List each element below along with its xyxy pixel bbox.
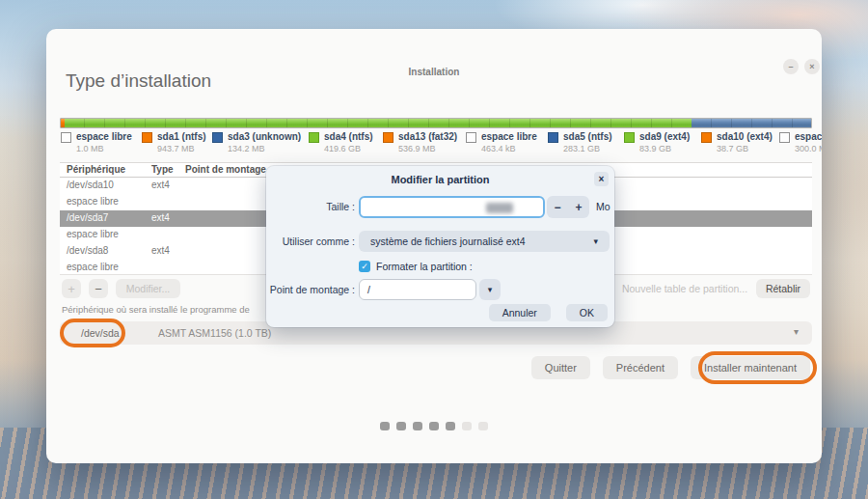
- wizard-buttons: Quitter Précédent Installer maintenant: [46, 356, 810, 379]
- cell-device: espace libre: [67, 262, 119, 272]
- legend-item: sda4 (ntfs)419.6 GB: [309, 131, 373, 154]
- legend-swatch-orange: [142, 132, 152, 143]
- edit-partition-dialog: Modifier la partition × Taille : − + Mo …: [266, 166, 614, 327]
- boot-device-value: /dev/sda: [81, 327, 120, 339]
- boot-device-caption: Périphérique où sera installé le program…: [62, 304, 250, 315]
- legend-item: sda5 (ntfs)283.1 GB: [548, 131, 612, 154]
- legend-item: sda10 (ext4)38.7 GB: [701, 131, 773, 154]
- legend-size: 300.0 MB: [795, 143, 822, 154]
- legend-swatch-free: [61, 132, 71, 143]
- disk-segment-blue: [692, 119, 811, 127]
- size-unit-label: Mo: [596, 201, 610, 212]
- size-input[interactable]: [359, 196, 545, 218]
- stepper-minus-button[interactable]: −: [547, 196, 568, 218]
- disk-usage-bar: [60, 118, 812, 128]
- revert-button[interactable]: Rétablir: [756, 279, 810, 298]
- add-partition-button[interactable]: +: [62, 279, 81, 298]
- installer-window: Installation – × Type d’installation esp…: [46, 29, 822, 463]
- install-now-button[interactable]: Installer maintenant: [691, 356, 810, 379]
- quit-button[interactable]: Quitter: [531, 356, 590, 379]
- dialog-footer: Annuler OK: [489, 304, 608, 321]
- dialog-title: Modifier la partition: [266, 174, 614, 185]
- cell-device: espace libre: [67, 229, 119, 239]
- legend-label: sda4 (ntfs): [324, 131, 373, 143]
- legend-item: espace libre300.0 MB: [779, 131, 822, 154]
- cell-device: /dev/sda8: [67, 245, 108, 256]
- legend-size: 1.0 MB: [76, 143, 132, 154]
- cancel-button[interactable]: Annuler: [489, 304, 551, 321]
- ok-button[interactable]: OK: [566, 304, 608, 321]
- legend-size: 536.9 MB: [398, 143, 457, 154]
- legend-label: sda3 (unknown): [228, 131, 301, 143]
- mount-point-label: Point de montage :: [266, 284, 355, 295]
- redacted-size-value: [486, 203, 513, 213]
- legend-label: espace libre: [76, 131, 132, 143]
- page-indicator-dots: [46, 422, 822, 430]
- column-header-device: Périphérique: [67, 164, 125, 175]
- partition-legend: espace libre1.0 MBsda1 (ntfs)943.7 MBsda…: [60, 131, 822, 158]
- mount-point-input[interactable]: /: [359, 279, 476, 300]
- cell-device: espace libre: [67, 196, 119, 207]
- legend-swatch-free: [779, 132, 790, 143]
- use-as-dropdown[interactable]: système de fichiers journalisé ext4 ▾: [359, 231, 610, 252]
- modify-partition-button[interactable]: Modifier...: [116, 279, 180, 298]
- legend-swatch-green: [309, 132, 319, 143]
- legend-size: 419.6 GB: [324, 143, 373, 154]
- page-dot: [478, 422, 488, 430]
- column-header-type: Type: [151, 164, 174, 175]
- minimize-button[interactable]: –: [783, 59, 799, 74]
- size-stepper: − +: [547, 196, 589, 218]
- legend-item: sda9 (ext4)83.9 GB: [624, 131, 690, 154]
- chevron-down-icon: ▾: [794, 326, 799, 337]
- mount-point-dropdown-button[interactable]: ▾: [479, 279, 501, 300]
- close-button[interactable]: ×: [804, 59, 820, 74]
- page-title: Type d’installation: [66, 70, 211, 92]
- page-dot: [446, 422, 455, 430]
- size-label: Taille :: [266, 201, 355, 212]
- legend-item: sda13 (fat32)536.9 MB: [383, 131, 457, 154]
- cell-device: /dev/sda7: [67, 212, 108, 223]
- legend-label: sda10 (ext4): [717, 131, 773, 143]
- legend-label: espace libre: [795, 131, 822, 143]
- legend-size: 283.1 GB: [563, 143, 612, 154]
- legend-swatch-blue: [548, 132, 558, 143]
- chevron-down-icon: ▾: [593, 236, 598, 246]
- cell-type: ext4: [151, 180, 170, 190]
- dialog-close-icon[interactable]: ×: [594, 172, 609, 186]
- page-dot: [462, 422, 472, 430]
- back-button[interactable]: Précédent: [603, 356, 678, 379]
- legend-item: sda3 (unknown)134.2 MB: [212, 131, 301, 154]
- page-dot: [396, 422, 406, 430]
- legend-swatch-green: [624, 132, 635, 143]
- legend-item: espace libre1.0 MB: [61, 131, 132, 154]
- page-dot: [429, 422, 439, 430]
- column-header-mountpoint: Point de montage: [185, 164, 266, 175]
- legend-swatch-free: [466, 132, 476, 143]
- page-dot: [380, 422, 390, 430]
- new-partition-table-button[interactable]: Nouvelle table de partition...: [617, 279, 752, 298]
- legend-label: sda9 (ext4): [639, 131, 690, 143]
- legend-item: sda1 (ntfs)943.7 MB: [142, 131, 206, 154]
- legend-item: espace libre463.4 kB: [466, 131, 537, 154]
- legend-label: sda13 (fat32): [398, 131, 457, 143]
- format-checkbox[interactable]: ✓: [359, 261, 370, 272]
- legend-swatch-blue: [212, 132, 223, 143]
- use-as-label: Utiliser comme :: [266, 236, 355, 247]
- remove-partition-button[interactable]: −: [89, 279, 108, 298]
- stepper-plus-button[interactable]: +: [568, 196, 589, 218]
- cell-type: ext4: [151, 212, 170, 223]
- cell-device: /dev/sda10: [67, 180, 114, 190]
- legend-swatch-orange: [701, 132, 712, 143]
- legend-label: sda1 (ntfs): [157, 131, 206, 143]
- legend-size: 83.9 GB: [639, 143, 690, 154]
- legend-size: 134.2 MB: [228, 143, 301, 154]
- legend-size: 38.7 GB: [717, 143, 773, 154]
- page-dot: [413, 422, 422, 430]
- disk-segment-green: [65, 119, 692, 127]
- legend-swatch-orange: [383, 132, 393, 143]
- legend-label: espace libre: [481, 131, 537, 143]
- cell-type: ext4: [151, 245, 170, 256]
- mount-point-value: /: [367, 284, 370, 295]
- legend-size: 943.7 MB: [157, 143, 206, 154]
- legend-size: 463.4 kB: [481, 143, 537, 154]
